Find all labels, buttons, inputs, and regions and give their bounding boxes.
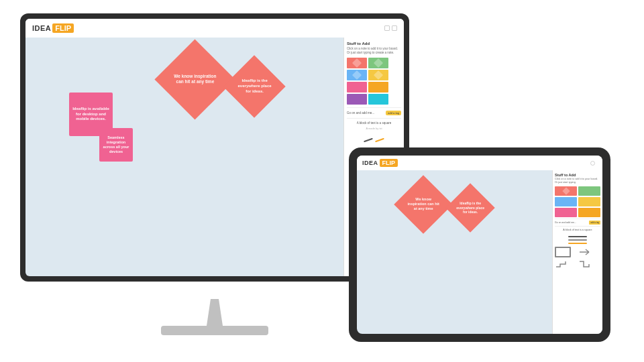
tablet-sidebar-subtitle: Click on a note to add it to your board.…	[555, 178, 600, 184]
tablet-shape-tools	[555, 247, 600, 269]
sticky-note-m4[interactable]: Ideaflip is the everywhere place for ide…	[223, 55, 285, 117]
tablet-sticker-grid	[555, 186, 600, 217]
tablet-logo-idea: IDEA	[362, 160, 378, 166]
window-control-2[interactable]	[392, 25, 397, 31]
sticky-note-m2[interactable]: Seamless integration across all your dev…	[99, 128, 133, 162]
logo-idea: IDEA	[32, 24, 51, 32]
pen-icon-2[interactable]	[375, 138, 384, 143]
tablet-sticky-text-1: We know inspiration can hit at any time	[404, 195, 443, 213]
sidebar-sticker-yellow[interactable]	[368, 70, 388, 80]
t-sticker-4[interactable]	[578, 197, 600, 206]
tablet-sidebar-divider-1	[555, 219, 600, 219]
tablet-search-icon[interactable]	[590, 161, 595, 166]
tablet-tag-btn[interactable]: add a tag	[589, 221, 600, 225]
scene: IDEA FLIP Ideaflip is available for desk…	[0, 0, 644, 362]
t-sticker-6[interactable]	[578, 208, 600, 217]
shape-square[interactable]	[555, 247, 571, 257]
sidebar-sticker-orange[interactable]	[368, 82, 388, 93]
tablet-app-header: IDEA FLIP	[357, 156, 602, 170]
tablet-sticky-text-2: Ideaflip is the everywhere place for ide…	[453, 199, 487, 217]
tablet-device: IDEA FLIP We know inspiration can hit at…	[349, 147, 610, 342]
sidebar-sticker-purple[interactable]	[347, 94, 367, 105]
t-sticker-2[interactable]	[578, 186, 600, 196]
tablet-screen: IDEA FLIP We know inspiration can hit at…	[357, 156, 602, 334]
tool-line-1[interactable]	[568, 236, 587, 237]
sidebar-add-row: Go on and add me... add a tag	[347, 111, 401, 115]
tablet-sidebar: Stuff to Add Click on a note to add it t…	[552, 170, 602, 334]
tablet-tool-section	[555, 236, 600, 269]
monitor-canvas[interactable]: Ideaflip is available for desktop and mo…	[25, 38, 343, 276]
monitor-screen: IDEA FLIP Ideaflip is available for desk…	[25, 19, 404, 276]
tablet-sticky-1[interactable]: We know inspiration can hit at any time	[394, 175, 453, 234]
tablet-add-row: Go on and add me... add a tag	[555, 221, 600, 225]
sticky-text-m3: We know inspiration can hit at any time	[168, 70, 222, 88]
sidebar-sticker-green[interactable]	[368, 58, 388, 68]
sidebar-add-tag-btn[interactable]: add a tag	[386, 111, 401, 115]
t-sticker-3[interactable]	[555, 197, 577, 206]
tablet-go-on: Go on and add me...	[555, 221, 588, 224]
sticky-note-m3[interactable]: We know inspiration can hit at any time	[154, 39, 235, 119]
shape-step-2[interactable]	[578, 259, 594, 269]
sidebar-sticker-red[interactable]	[347, 58, 367, 68]
t-sticker-1[interactable]	[555, 186, 577, 196]
tablet-sidebar-divider-2	[555, 226, 600, 227]
tablet-text-block: A block of text is a square	[555, 229, 600, 232]
tablet-canvas[interactable]: We know inspiration can hit at any time …	[357, 170, 552, 334]
sidebar-tool-icons	[347, 134, 401, 141]
sidebar-sticker-row-2	[347, 70, 401, 80]
tablet-bezel: IDEA FLIP We know inspiration can hit at…	[349, 147, 610, 342]
sidebar-sticker-cyan[interactable]	[368, 94, 388, 105]
sidebar-credit: A made by txt	[347, 127, 401, 130]
tool-line-3[interactable]	[568, 243, 587, 244]
sidebar-sticker-blue[interactable]	[347, 70, 367, 80]
tool-line-2[interactable]	[568, 239, 587, 241]
stand-neck	[205, 299, 225, 326]
sidebar-text-block-label: A block of text is a square	[347, 121, 401, 125]
sidebar-title: Stuff to Add	[347, 42, 401, 46]
tablet-logo-flip: FLIP	[380, 159, 398, 167]
shape-step-1[interactable]	[555, 259, 571, 269]
tablet-sidebar-title: Stuff to Add	[555, 173, 600, 177]
tablet-tools	[555, 236, 600, 244]
window-control-1[interactable]	[384, 25, 390, 31]
sidebar-sticker-row-3	[347, 82, 401, 93]
monitor-app-header: IDEA FLIP	[25, 19, 404, 38]
sidebar-go-on-text: Go on and add me...	[347, 111, 384, 115]
sidebar-subtitle: Click on a note to add it to your board.…	[347, 47, 401, 55]
sidebar-sticker-row-4	[347, 94, 401, 105]
logo-flip: FLIP	[52, 23, 74, 33]
sidebar-divider-1	[347, 107, 401, 108]
sidebar-divider-2	[347, 118, 401, 119]
sticky-text-m2: Seamless integration across all your dev…	[99, 133, 133, 157]
sticky-text-m4: Ideaflip is the everywhere place for ide…	[233, 76, 276, 97]
sidebar-sticker-pink[interactable]	[347, 82, 367, 93]
tablet-sticky-2[interactable]: Ideaflip is the everywhere place for ide…	[445, 183, 495, 233]
pen-icon-1[interactable]	[364, 138, 373, 143]
sticky-text-m1: Ideaflip is available for desktop and mo…	[69, 104, 113, 125]
stand-base	[161, 326, 268, 335]
t-sticker-5[interactable]	[555, 208, 577, 217]
shape-arrow[interactable]	[578, 247, 594, 257]
sidebar-sticker-row-1	[347, 58, 401, 68]
